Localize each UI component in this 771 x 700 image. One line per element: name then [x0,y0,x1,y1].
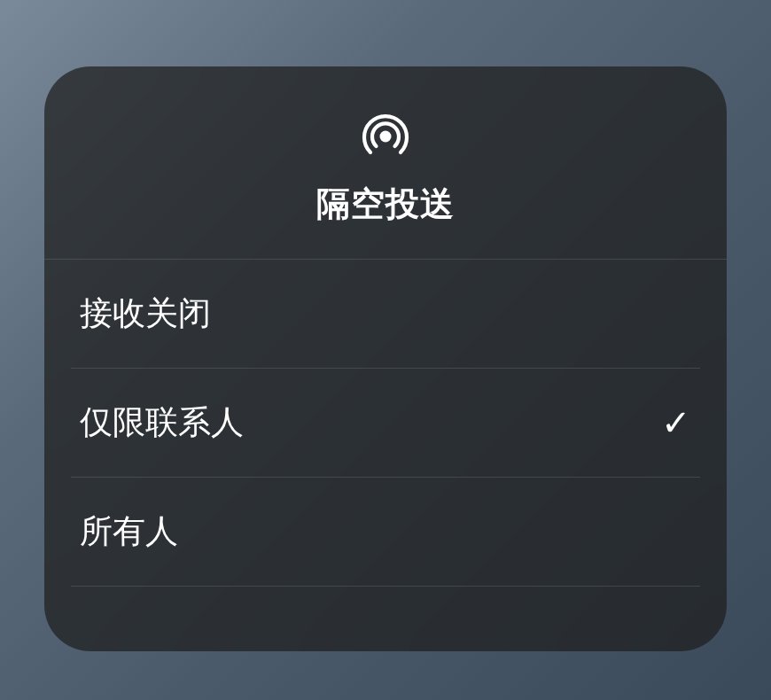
svg-point-0 [380,131,392,143]
option-label: 所有人 [80,509,178,554]
option-label: 接收关闭 [80,292,211,336]
panel-title: 隔空投送 [316,182,455,227]
options-list: 接收关闭 ✓ 仅限联系人 ✓ 所有人 ✓ [44,260,727,587]
option-contacts-only[interactable]: 仅限联系人 ✓ [71,369,700,478]
option-everyone[interactable]: 所有人 ✓ [71,478,700,587]
airdrop-icon [358,109,413,164]
panel-header: 隔空投送 [44,66,727,260]
option-receiving-off[interactable]: 接收关闭 ✓ [71,260,700,369]
airdrop-panel: 隔空投送 接收关闭 ✓ 仅限联系人 ✓ 所有人 ✓ [44,66,727,651]
checkmark-icon: ✓ [661,402,691,443]
option-label: 仅限联系人 [80,401,244,445]
